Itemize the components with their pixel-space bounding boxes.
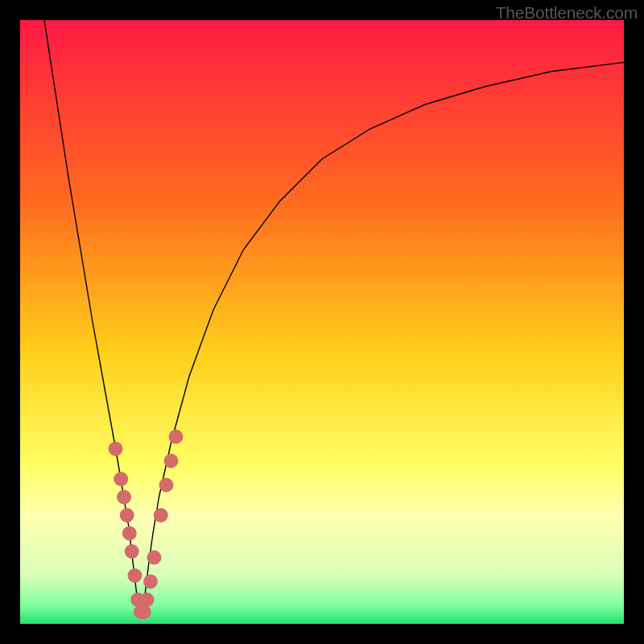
gradient-background [20, 20, 624, 624]
highlight-point [143, 575, 158, 589]
chart-frame: TheBottleneck.com [0, 0, 644, 644]
highlight-point [109, 442, 123, 456]
highlight-point [164, 454, 179, 469]
highlight-point [140, 592, 155, 607]
highlight-point [125, 544, 139, 559]
chart-svg [20, 20, 624, 624]
highlight-point [122, 526, 137, 541]
highlight-point [137, 605, 151, 619]
highlight-point [120, 508, 134, 522]
highlight-point [128, 568, 142, 583]
highlight-point [114, 472, 128, 486]
highlight-point [169, 430, 184, 444]
highlight-point [154, 508, 168, 522]
highlight-point [147, 551, 162, 565]
highlight-point [117, 490, 131, 505]
highlight-point [159, 478, 174, 493]
plot-area [20, 20, 624, 624]
